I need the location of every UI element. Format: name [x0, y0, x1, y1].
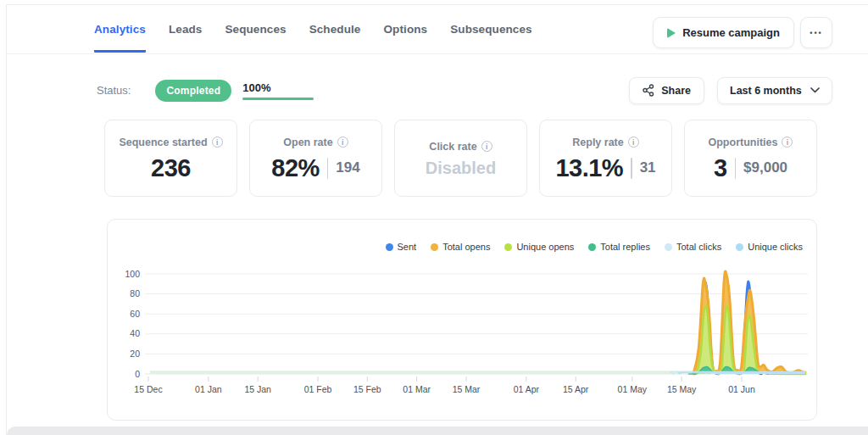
stat-separator [735, 158, 737, 179]
legend-dot [736, 243, 743, 251]
date-range-dropdown[interactable]: Last 6 months [717, 77, 832, 104]
stat-card-open-rate: Open rate 82% 194 [249, 120, 382, 197]
stat-value: 3 [714, 154, 727, 182]
stat-card-sequence-started: Sequence started 236 [104, 120, 237, 197]
tab-options[interactable]: Options [383, 23, 427, 53]
chart-legend: SentTotal opensUnique opensTotal replies… [386, 242, 804, 252]
stat-card-reply-rate: Reply rate 13.1% 31 [539, 120, 672, 197]
svg-text:15 Jan: 15 Jan [244, 384, 271, 394]
legend-item-sent[interactable]: Sent [386, 242, 417, 252]
svg-text:01 Jan: 01 Jan [195, 384, 222, 394]
svg-text:15 Feb: 15 Feb [353, 384, 381, 394]
stat-label: Open rate [283, 137, 332, 148]
stat-separator [327, 158, 329, 179]
stat-card-click-rate: Click rate Disabled [394, 120, 527, 197]
legend-dot [431, 243, 438, 251]
svg-text:80: 80 [130, 288, 140, 298]
stat-cards: Sequence started 236 Open rate 82% 194 C… [104, 120, 817, 197]
campaign-panel: Analytics Leads Sequences Schedule Optio… [6, 4, 868, 435]
tab-bar: Analytics Leads Sequences Schedule Optio… [94, 23, 555, 53]
stat-value-disabled: Disabled [426, 159, 496, 178]
svg-text:01 Mar: 01 Mar [403, 384, 431, 394]
legend-item-total-replies[interactable]: Total replies [588, 242, 650, 252]
legend-item-total-opens[interactable]: Total opens [431, 242, 490, 252]
legend-dot [665, 243, 672, 251]
legend-label: Total replies [600, 242, 650, 252]
legend-dot [386, 243, 393, 251]
share-icon [643, 84, 654, 97]
stat-value: 13.1% [555, 154, 623, 182]
share-button[interactable]: Share [629, 77, 704, 104]
stat-label: Sequence started [119, 137, 207, 148]
legend-item-total-clicks[interactable]: Total clicks [665, 242, 721, 252]
info-icon[interactable] [212, 137, 223, 148]
stat-secondary-value: $9,000 [743, 159, 787, 176]
legend-dot [588, 243, 596, 251]
date-range-value: Last 6 months [730, 85, 802, 97]
stat-separator [631, 158, 632, 179]
tab-schedule[interactable]: Schedule [309, 23, 361, 53]
legend-label: Total opens [442, 242, 490, 252]
legend-label: Total clicks [676, 242, 721, 252]
chevron-down-icon [810, 87, 820, 93]
svg-text:15 Dec: 15 Dec [134, 384, 162, 394]
legend-item-unique-clicks[interactable]: Unique clicks [736, 242, 803, 252]
svg-text:01 Jun: 01 Jun [728, 384, 755, 394]
status-label: Status: [97, 84, 131, 97]
status-row: Status: Completed 100% Share Last 6 mont… [97, 76, 832, 104]
tab-leads[interactable]: Leads [169, 23, 203, 53]
legend-item-unique-opens[interactable]: Unique opens [504, 242, 574, 252]
stat-value: 236 [151, 154, 191, 182]
svg-text:01 Feb: 01 Feb [304, 384, 332, 394]
progress: 100% [242, 81, 314, 100]
stat-label: Opportunities [709, 137, 778, 148]
header-actions: Resume campaign ••• [653, 17, 832, 48]
stat-card-opportunities: Opportunities 3 $9,000 [684, 120, 817, 197]
tabs-divider [7, 53, 868, 54]
page-background-strip [7, 427, 868, 435]
resume-campaign-button[interactable]: Resume campaign [653, 17, 794, 48]
progress-bar-fill [242, 98, 314, 100]
legend-label: Sent [398, 242, 417, 252]
info-icon[interactable] [628, 137, 639, 148]
svg-text:40: 40 [130, 328, 140, 338]
legend-label: Unique opens [516, 242, 574, 252]
info-icon[interactable] [337, 137, 348, 148]
tab-analytics[interactable]: Analytics [94, 23, 146, 53]
svg-text:0: 0 [135, 369, 140, 379]
svg-text:15 Mar: 15 Mar [453, 384, 481, 394]
status-actions: Share Last 6 months [629, 77, 832, 104]
tab-subsequences[interactable]: Subsequences [450, 23, 531, 53]
resume-campaign-label: Resume campaign [682, 26, 780, 39]
play-icon [667, 28, 676, 38]
tab-sequences[interactable]: Sequences [225, 23, 286, 53]
progress-percent: 100% [242, 81, 314, 94]
stat-secondary-value: 31 [640, 159, 656, 176]
stat-label: Reply rate [572, 137, 623, 148]
svg-text:100: 100 [125, 269, 140, 279]
svg-text:15 May: 15 May [667, 384, 697, 394]
stat-label: Click rate [429, 141, 476, 153]
status-badge: Completed [155, 80, 231, 102]
stat-value: 82% [271, 154, 320, 182]
stat-secondary-value: 194 [336, 159, 359, 176]
more-options-button[interactable]: ••• [800, 17, 832, 48]
info-icon[interactable] [481, 141, 492, 152]
svg-text:01 Apr: 01 Apr [514, 384, 540, 394]
activity-area-chart: 02040608010015 Dec01 Jan15 Jan01 Feb15 F… [114, 264, 811, 399]
progress-track [242, 98, 314, 100]
share-label: Share [661, 85, 691, 97]
legend-label: Unique clicks [748, 242, 803, 252]
svg-text:15 Apr: 15 Apr [563, 384, 589, 394]
svg-text:60: 60 [130, 309, 140, 319]
activity-chart-card: SentTotal opensUnique opensTotal replies… [107, 219, 817, 421]
info-icon[interactable] [782, 137, 793, 148]
legend-dot [504, 243, 512, 251]
svg-text:20: 20 [130, 349, 140, 359]
svg-text:01 May: 01 May [618, 384, 648, 394]
